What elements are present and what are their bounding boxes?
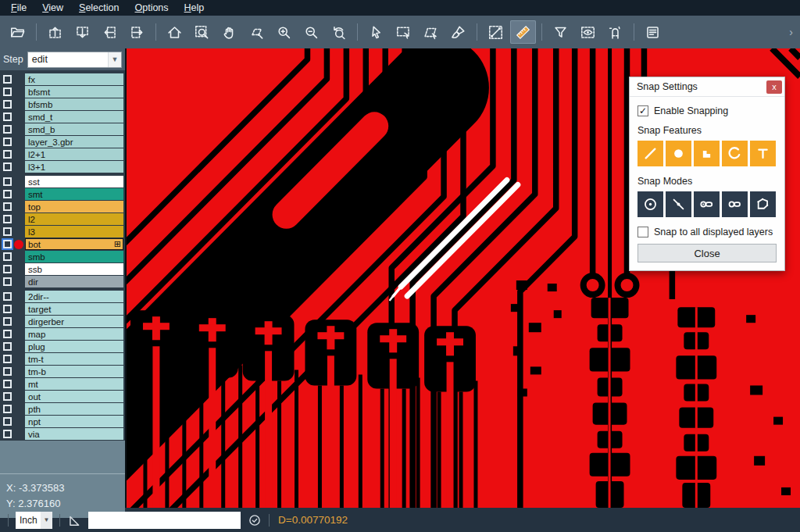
layer-row-mt[interactable]: mt <box>0 378 125 390</box>
layer-row-bfsmt[interactable]: bfsmt <box>0 86 125 98</box>
layer-visibility-checkbox-smd_t[interactable] <box>3 112 12 121</box>
layer-row-layer_3.gbr[interactable]: layer_3.gbr <box>0 136 125 148</box>
layer-row-map[interactable]: map <box>0 328 125 340</box>
snap-feature-arc-button[interactable] <box>722 141 748 166</box>
layer-visibility-checkbox-l2[interactable] <box>3 215 12 223</box>
snap-mode-contour-button[interactable] <box>750 191 776 217</box>
layer-visibility-checkbox-tm-t[interactable] <box>3 355 12 363</box>
layer-label-l3+1[interactable]: l3+1 <box>25 161 123 173</box>
layer-row-tm-t[interactable]: tm-t <box>0 353 125 365</box>
layer-label-ssb[interactable]: ssb <box>25 263 123 275</box>
layer-label-plug[interactable]: plug <box>25 341 123 352</box>
layer-row-smd_b[interactable]: smd_b <box>0 123 125 135</box>
close-icon[interactable]: x <box>766 80 782 94</box>
snap-mode-center-button[interactable] <box>638 191 663 217</box>
menu-file[interactable]: File <box>3 1 34 15</box>
menu-help[interactable]: Help <box>177 1 212 15</box>
layer-row-l2+1[interactable]: l2+1 <box>0 148 125 160</box>
unit-dropdown[interactable]: Inch ▼ <box>16 512 52 529</box>
layer-visibility-checkbox-npt[interactable] <box>3 417 12 426</box>
menu-view[interactable]: View <box>34 1 71 15</box>
layer-row-smb[interactable]: smb <box>0 251 125 262</box>
layer-visibility-checkbox-smb[interactable] <box>3 252 12 261</box>
layer-row-bfsmb[interactable]: bfsmb <box>0 98 125 110</box>
menu-options[interactable]: Options <box>127 1 176 15</box>
scroll-right-button[interactable] <box>124 20 150 44</box>
layer-label-bfsmt[interactable]: bfsmt <box>25 86 123 98</box>
enable-snapping-checkbox[interactable]: ✓ <box>638 105 648 116</box>
layer-visibility-checkbox-plug[interactable] <box>3 342 12 351</box>
layer-visibility-checkbox-bfsmb[interactable] <box>3 100 12 109</box>
layer-row-bot[interactable]: bot⊞ <box>0 238 125 250</box>
layer-label-top[interactable]: top <box>25 201 123 212</box>
select-pointer-button[interactable] <box>363 20 389 44</box>
layer-label-bot[interactable]: bot⊞ <box>25 238 123 250</box>
snap-feature-text-button[interactable] <box>750 141 776 166</box>
layer-visibility-checkbox-fx[interactable] <box>3 75 12 84</box>
zoom-in-button[interactable] <box>271 20 297 44</box>
layer-label-via[interactable]: via <box>25 428 123 440</box>
snap-feature-pad-button[interactable] <box>666 141 691 166</box>
layer-label-dir[interactable]: dir <box>25 276 123 287</box>
layer-visibility-checkbox-dirgerber[interactable] <box>3 317 12 326</box>
snap-mode-line-point-button[interactable] <box>666 191 691 217</box>
zoom-out-button[interactable] <box>298 20 324 44</box>
measure-input[interactable] <box>88 512 241 529</box>
layer-visibility-checkbox-out[interactable] <box>3 392 12 401</box>
layer-visibility-checkbox-bfsmt[interactable] <box>3 87 12 96</box>
layer-label-tm-t[interactable]: tm-t <box>25 353 123 365</box>
transform-select-button[interactable] <box>244 20 270 44</box>
layer-row-pth[interactable]: pth <box>0 403 125 415</box>
pcb-canvas[interactable]: Snap Settings x ✓ Enable Snapping Snap F… <box>125 48 800 508</box>
layer-row-l3+1[interactable]: l3+1 <box>0 161 125 173</box>
layer-row-fx[interactable]: fx <box>0 73 125 85</box>
close-button[interactable]: Close <box>638 244 777 262</box>
scroll-up-button[interactable] <box>42 20 68 44</box>
zoom-window-button[interactable] <box>189 20 215 44</box>
snap-settings-button[interactable] <box>602 20 628 44</box>
snap-all-layers-checkbox[interactable] <box>638 227 648 237</box>
layer-label-2dir--[interactable]: 2dir-- <box>25 291 123 302</box>
layer-label-dirgerber[interactable]: dirgerber <box>25 316 123 327</box>
layer-visibility-checkbox-l3+1[interactable] <box>3 162 12 171</box>
layer-visibility-checkbox-dir[interactable] <box>3 277 12 286</box>
toolbar-overflow-icon[interactable]: › <box>789 26 795 38</box>
layer-visibility-checkbox-tm-b[interactable] <box>3 367 12 376</box>
layer-visibility-checkbox-l3[interactable] <box>3 227 12 236</box>
layer-label-tm-b[interactable]: tm-b <box>25 366 123 377</box>
layer-row-dir[interactable]: dir <box>0 276 125 287</box>
layer-row-l2[interactable]: l2 <box>0 213 125 225</box>
home-view-button[interactable] <box>162 20 188 44</box>
scroll-down-button[interactable] <box>70 20 95 44</box>
pan-hand-button[interactable] <box>216 20 242 44</box>
layer-row-smt[interactable]: smt <box>0 188 125 200</box>
layer-label-fx[interactable]: fx <box>25 73 123 85</box>
layer-visibility-checkbox-smd_b[interactable] <box>3 125 12 134</box>
layer-visibility-checkbox-mt[interactable] <box>3 380 12 388</box>
layer-visibility-checkbox-via[interactable] <box>3 430 12 438</box>
layer-row-target[interactable]: target <box>0 303 125 315</box>
snap-feature-surface-button[interactable] <box>694 141 720 166</box>
enable-snapping-row[interactable]: ✓ Enable Snapping <box>638 105 777 116</box>
layer-visibility-checkbox-sst[interactable] <box>3 177 12 186</box>
dialog-titlebar[interactable]: Snap Settings x <box>630 77 784 97</box>
layer-label-map[interactable]: map <box>25 328 123 340</box>
layer-label-smb[interactable]: smb <box>25 251 123 262</box>
apply-measure-icon[interactable] <box>248 513 262 527</box>
measure-distance-button[interactable] <box>483 20 509 44</box>
layer-label-l3[interactable]: l3 <box>25 226 123 237</box>
layer-label-bfsmb[interactable]: bfsmb <box>25 98 123 110</box>
layer-visibility-checkbox-l2+1[interactable] <box>3 150 12 159</box>
layer-row-npt[interactable]: npt <box>0 416 125 427</box>
layer-visibility-checkbox-2dir--[interactable] <box>3 292 12 301</box>
angle-mode-icon[interactable] <box>67 513 81 527</box>
layer-visibility-checkbox-map[interactable] <box>3 330 12 338</box>
display-options-button[interactable] <box>575 20 601 44</box>
snap-feature-line-button[interactable] <box>638 141 663 166</box>
layer-visibility-checkbox-target[interactable] <box>3 305 12 313</box>
layer-row-l3[interactable]: l3 <box>0 226 125 237</box>
layer-label-target[interactable]: target <box>25 303 123 315</box>
layer-visibility-checkbox-top[interactable] <box>3 202 12 211</box>
zoom-previous-button[interactable] <box>326 20 352 44</box>
open-file-button[interactable] <box>5 20 30 44</box>
